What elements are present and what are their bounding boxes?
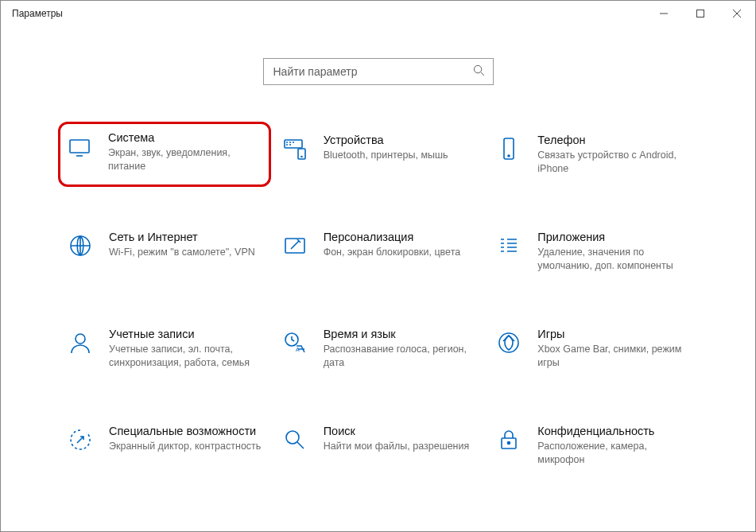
svg-text:A: A [296,347,300,352]
tile-phone[interactable]: Телефон Связать устройство с Android, iP… [493,130,692,179]
personalization-icon [281,231,309,260]
tile-personalization[interactable]: Персонализация Фон, экран блокировки, цв… [279,227,478,276]
tile-title: Учетные записи [109,327,262,341]
ease-of-access-icon [66,425,95,454]
search-input[interactable]: Найти параметр [263,58,494,85]
tile-title: Персонализация [324,230,476,244]
tile-desc: Удаление, значения по умолчанию, доп. ко… [537,246,690,273]
tile-desc: Xbox Game Bar, снимки, режим игры [537,343,690,370]
tile-title: Система [108,130,261,145]
tile-accounts[interactable]: Учетные записи Учетные записи, эл. почта… [64,324,263,373]
network-icon [66,231,95,260]
minimize-button[interactable] [646,1,682,26]
system-icon [65,132,94,161]
devices-icon [281,134,309,163]
close-button[interactable] [719,1,755,26]
svg-rect-0 [697,10,704,17]
tile-desc: Экранный диктор, контрастность [109,440,262,453]
tile-system[interactable]: Система Экран, звук, уведомления, питани… [58,122,271,187]
tile-title: Телефон [537,133,690,147]
search-placeholder: Найти параметр [273,65,473,78]
tile-devices[interactable]: Устройства Bluetooth, принтеры, мышь [279,130,478,179]
phone-icon [494,134,523,163]
tile-time-language[interactable]: A Время и язык Распознавание голоса, рег… [279,324,478,373]
svg-point-7 [508,155,510,157]
svg-point-1 [474,65,481,72]
tile-desc: Найти мои файлы, разрешения [324,440,476,453]
svg-point-5 [301,157,302,157]
tile-title: Приложения [537,230,690,244]
tile-desc: Расположение, камера, микрофон [537,440,690,467]
tile-title: Поиск [324,424,476,438]
tile-desc: Связать устройство с Android, iPhone [537,149,690,176]
titlebar: Параметры [1,1,755,26]
tile-search[interactable]: Поиск Найти мои файлы, разрешения [279,421,478,470]
window-title: Параметры [12,8,63,19]
tile-gaming[interactable]: Игры Xbox Game Bar, снимки, режим игры [493,324,692,373]
tile-desc: Экран, звук, уведомления, питание [108,146,261,173]
tile-title: Игры [537,327,690,341]
tile-title: Устройства [324,133,476,147]
tile-title: Конфиденциальность [537,424,690,438]
tile-title: Сеть и Интернет [109,230,262,244]
tile-desc: Bluetooth, принтеры, мышь [324,149,476,162]
tile-desc: Распознавание голоса, регион, дата [324,343,476,370]
svg-rect-3 [285,140,302,148]
maximize-button[interactable] [682,1,719,26]
svg-rect-2 [70,140,89,153]
svg-point-14 [286,431,299,444]
tile-desc: Фон, экран блокировки, цвета [324,246,476,259]
tile-title: Специальные возможности [109,424,262,438]
svg-point-16 [508,441,510,444]
tile-apps[interactable]: Приложения Удаление, значения по умолчан… [493,227,692,276]
apps-icon [494,231,523,260]
privacy-icon [494,425,523,454]
time-language-icon: A [281,328,309,357]
tile-desc: Wi-Fi, режим "в самолете", VPN [109,246,262,259]
search-icon [473,64,485,79]
search-tile-icon [281,425,309,454]
accounts-icon [66,328,95,357]
tile-title: Время и язык [324,327,476,341]
tile-privacy[interactable]: Конфиденциальность Расположение, камера,… [493,421,692,470]
tile-ease-of-access[interactable]: Специальные возможности Экранный диктор,… [64,421,263,470]
settings-grid: Система Экран, звук, уведомления, питани… [1,130,755,470]
svg-point-10 [76,334,85,344]
tile-network[interactable]: Сеть и Интернет Wi-Fi, режим "в самолете… [64,227,263,276]
gaming-icon [494,328,523,357]
tile-desc: Учетные записи, эл. почта, синхронизация… [109,343,262,370]
